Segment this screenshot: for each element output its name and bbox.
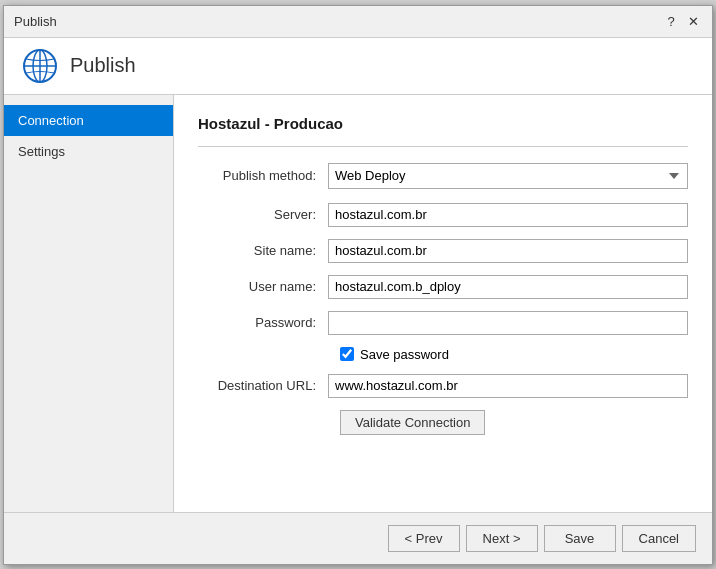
- header-title: Publish: [70, 54, 136, 77]
- server-label: Server:: [198, 207, 328, 222]
- site-name-label: Site name:: [198, 243, 328, 258]
- sidebar-item-connection[interactable]: Connection: [4, 105, 173, 136]
- section-title: Hostazul - Producao: [198, 115, 688, 132]
- main-panel: Hostazul - Producao Publish method: Web …: [174, 95, 712, 512]
- password-row: Password:: [198, 311, 688, 335]
- footer: < Prev Next > Save Cancel: [4, 512, 712, 564]
- title-bar: Publish ? ✕: [4, 6, 712, 38]
- next-button[interactable]: Next >: [466, 525, 538, 552]
- save-password-row: Save password: [198, 347, 688, 362]
- sidebar-item-settings[interactable]: Settings: [4, 136, 173, 167]
- validate-connection-button[interactable]: Validate Connection: [340, 410, 485, 435]
- validate-row: Validate Connection: [198, 410, 688, 435]
- title-bar-left: Publish: [14, 14, 57, 29]
- publish-dialog: Publish ? ✕ Publish Connection: [3, 5, 713, 565]
- publish-method-label: Publish method:: [198, 168, 328, 183]
- user-name-input[interactable]: [328, 275, 688, 299]
- divider: [198, 146, 688, 147]
- content-area: Connection Settings Hostazul - Producao …: [4, 95, 712, 512]
- password-label: Password:: [198, 315, 328, 330]
- server-row: Server:: [198, 203, 688, 227]
- sidebar: Connection Settings: [4, 95, 174, 512]
- header-section: Publish: [4, 38, 712, 95]
- publish-method-select[interactable]: Web Deploy FTP File System: [328, 163, 688, 189]
- save-button[interactable]: Save: [544, 525, 616, 552]
- server-input[interactable]: [328, 203, 688, 227]
- destination-url-row: Destination URL:: [198, 374, 688, 398]
- save-password-checkbox[interactable]: [340, 347, 354, 361]
- publish-method-row: Publish method: Web Deploy FTP File Syst…: [198, 163, 688, 189]
- globe-icon: [22, 48, 58, 84]
- close-button[interactable]: ✕: [684, 12, 702, 30]
- user-name-label: User name:: [198, 279, 328, 294]
- user-name-row: User name:: [198, 275, 688, 299]
- help-button[interactable]: ?: [662, 12, 680, 30]
- site-name-input[interactable]: [328, 239, 688, 263]
- password-input[interactable]: [328, 311, 688, 335]
- save-password-label[interactable]: Save password: [360, 347, 449, 362]
- site-name-row: Site name:: [198, 239, 688, 263]
- destination-url-input[interactable]: [328, 374, 688, 398]
- prev-button[interactable]: < Prev: [388, 525, 460, 552]
- cancel-button[interactable]: Cancel: [622, 525, 696, 552]
- title-bar-controls: ? ✕: [662, 12, 702, 30]
- dialog-title: Publish: [14, 14, 57, 29]
- destination-url-label: Destination URL:: [198, 378, 328, 393]
